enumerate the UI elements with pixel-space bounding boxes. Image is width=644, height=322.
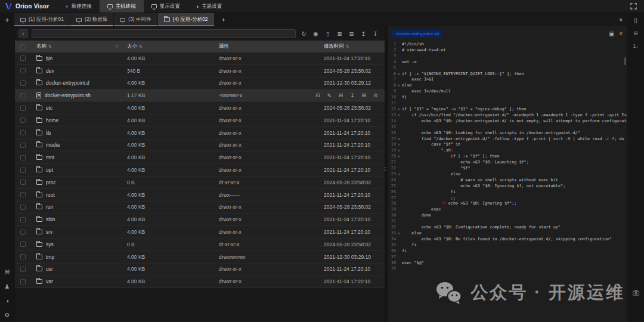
column-header-2[interactable]: 大小⇅ bbox=[127, 43, 219, 50]
shortcuts-icon[interactable]: ⌘ bbox=[4, 270, 10, 275]
code-line: 23∨ else bbox=[388, 172, 627, 178]
close-editor-icon[interactable]: × bbox=[619, 30, 623, 37]
row-checkbox[interactable] bbox=[20, 168, 26, 173]
nav-item-新建连接[interactable]: +新建连接 bbox=[57, 0, 99, 13]
new-file-button[interactable]: ▯ bbox=[323, 29, 332, 38]
code-area[interactable]: 1 #!/bin/sh2 # vim:sw=4:ts=4:et3 4 set -… bbox=[388, 41, 627, 272]
screenshot-button[interactable] bbox=[633, 287, 639, 298]
fold-arrow-icon[interactable]: ∨ bbox=[396, 72, 402, 78]
formatter-icon[interactable]: {} bbox=[634, 18, 637, 23]
table-row[interactable]: var4.00 KBdrwxr-xr-x2021-11-24 17:20:10 bbox=[15, 275, 385, 288]
fold-arrow-icon[interactable]: ∨ bbox=[396, 148, 402, 154]
fold-arrow-icon[interactable]: ∨ bbox=[396, 172, 402, 178]
tab-3[interactable]: (3) 中间件 bbox=[114, 13, 157, 26]
file-name: dev bbox=[46, 68, 54, 74]
select-all-checkbox[interactable] bbox=[20, 44, 26, 49]
sort-lines-icon[interactable]: 1↓ bbox=[633, 44, 639, 49]
fold-arrow-icon[interactable]: ∨ bbox=[396, 142, 402, 148]
row-checkbox[interactable] bbox=[20, 192, 26, 197]
row-checkbox[interactable] bbox=[20, 117, 26, 123]
table-row[interactable]: proc0 Bdr-xr-xr-x2024-05-28 23:58:02 bbox=[15, 177, 385, 189]
delete-action-icon[interactable]: ⊟ bbox=[339, 92, 343, 98]
profile-icon[interactable]: ♟ bbox=[5, 284, 10, 290]
settings-icon[interactable]: ⚙ bbox=[5, 312, 10, 318]
fold-arrow-icon[interactable]: ∨ bbox=[396, 113, 402, 119]
table-row[interactable]: docker-entrypoint.d4.00 KBdrwxr-xr-x2021… bbox=[15, 78, 385, 90]
table-row[interactable]: tmp4.00 KBdrwxrwxrwx2021-12-30 03:29:10 bbox=[15, 251, 385, 264]
fold-arrow-icon[interactable]: ∨ bbox=[396, 154, 402, 160]
nav-item-主机终端[interactable]: 主机终端 bbox=[100, 0, 144, 13]
path-input[interactable] bbox=[32, 29, 296, 38]
row-checkbox[interactable] bbox=[20, 68, 26, 73]
row-checkbox[interactable] bbox=[20, 230, 26, 235]
tab-1[interactable]: (1) 应用-分析01 bbox=[14, 13, 70, 26]
tab-2[interactable]: (2) 数据库 bbox=[70, 13, 113, 26]
sort-icon[interactable]: ⇅ bbox=[48, 44, 52, 49]
column-label: 修改时间 bbox=[324, 43, 344, 50]
table-row[interactable]: opt4.00 KBdrwxr-xr-x2021-11-24 17:20:10 bbox=[15, 164, 385, 177]
close-panel-icon[interactable]: × bbox=[619, 13, 623, 26]
row-checkbox[interactable] bbox=[20, 55, 26, 61]
row-checkbox[interactable] bbox=[20, 106, 26, 111]
table-row[interactable]: run4.00 KBdrwxr-xr-x2024-05-28 23:58:02 bbox=[15, 202, 385, 214]
table-row[interactable]: root4.00 KBdrwx------2021-11-24 17:20:10 bbox=[15, 189, 385, 202]
table-row[interactable]: sys0 Bdr-xr-xr-x2024-05-28 23:58:02 bbox=[15, 239, 385, 251]
table-row[interactable]: home4.00 KBdrwxr-xr-x2021-11-24 17:20:10 bbox=[15, 114, 385, 127]
table-row[interactable]: srv4.00 KBdrwxr-xr-x2021-11-24 17:20:10 bbox=[15, 226, 385, 239]
table-row[interactable]: dev340 Bdrwxr-xr-x2024-05-28 23:58:02 bbox=[15, 65, 385, 78]
table-row[interactable]: docker-entrypoint.sh1.17 KB-rwxrwxr-x⊡✎⊟… bbox=[15, 89, 385, 102]
row-checkbox[interactable] bbox=[20, 93, 26, 98]
row-checkbox[interactable] bbox=[20, 217, 26, 222]
new-folder-button[interactable]: ⊞ bbox=[335, 29, 344, 38]
theme-icon[interactable]: ◑ bbox=[5, 298, 9, 304]
table-row[interactable]: media4.00 KBdrwxr-xr-x2021-11-24 17:20:1… bbox=[15, 140, 385, 152]
row-checkbox[interactable] bbox=[20, 242, 26, 247]
column-header-4[interactable]: 修改时间⇅ bbox=[324, 43, 385, 50]
fold-arrow-icon[interactable]: ∨ bbox=[396, 137, 402, 143]
editor-scrollbar[interactable] bbox=[624, 57, 626, 65]
row-checkbox[interactable] bbox=[20, 279, 26, 284]
edit-action-icon[interactable]: ✎ bbox=[327, 92, 331, 98]
sort-icon[interactable]: ⇅ bbox=[139, 44, 143, 49]
back-button[interactable]: ‹ bbox=[18, 29, 28, 38]
row-checkbox[interactable] bbox=[20, 80, 26, 86]
new-tab-button[interactable]: + bbox=[215, 13, 233, 26]
column-header-3[interactable]: 属性 bbox=[219, 43, 324, 50]
fold-arrow-icon[interactable]: ∨ bbox=[396, 107, 402, 113]
filter-icon[interactable]: ▽ bbox=[116, 44, 119, 49]
table-row[interactable]: usr4.00 KBdrwxr-xr-x2021-11-24 17:20:10 bbox=[15, 264, 385, 276]
refresh-button[interactable]: ↻ bbox=[299, 29, 308, 38]
fold-arrow-icon[interactable]: ∨ bbox=[396, 83, 402, 89]
move-action-icon[interactable]: ⊞ bbox=[362, 92, 366, 98]
row-checkbox[interactable] bbox=[20, 254, 26, 259]
fold-arrow-icon[interactable]: ∨ bbox=[396, 231, 402, 237]
panel-layout-icon[interactable]: ⊞ bbox=[633, 31, 637, 36]
download-action-icon[interactable]: ↧ bbox=[350, 92, 354, 98]
code-text bbox=[402, 101, 627, 107]
row-checkbox[interactable] bbox=[20, 267, 26, 272]
nav-item-显示设置[interactable]: 显示设置 bbox=[144, 0, 188, 13]
nav-item-主题设置[interactable]: ◑主题设置 bbox=[188, 0, 230, 13]
permission-action-icon[interactable]: ⊙ bbox=[373, 92, 377, 98]
add-connection-button[interactable]: + bbox=[5, 13, 9, 24]
column-header-1[interactable]: 名称⇅▽ bbox=[36, 43, 127, 50]
row-checkbox[interactable] bbox=[20, 179, 26, 185]
row-checkbox[interactable] bbox=[20, 130, 26, 135]
table-row[interactable]: lib4.00 KBdrwxr-xr-x2021-11-24 17:20:10 bbox=[15, 127, 385, 140]
row-checkbox[interactable] bbox=[20, 205, 26, 210]
table-row[interactable]: bin4.00 KBdrwxr-xr-x2021-11-24 17:20:10 bbox=[15, 52, 385, 65]
toggle-hidden-files-button[interactable]: ◉ bbox=[311, 29, 320, 38]
copy-action-icon[interactable]: ⊡ bbox=[315, 92, 320, 98]
download-button[interactable]: ↧ bbox=[371, 29, 380, 38]
table-row[interactable]: mnt4.00 KBdrwxr-xr-x2021-11-24 17:20:10 bbox=[15, 151, 385, 164]
save-file-icon[interactable]: ▣ bbox=[609, 30, 614, 37]
table-row[interactable]: etc4.00 KBdrwxr-xr-x2024-05-28 23:58:02 bbox=[15, 102, 385, 114]
table-row[interactable]: sbin4.00 KBdrwxr-xr-x2021-11-24 17:20:10 bbox=[15, 213, 385, 226]
row-checkbox[interactable] bbox=[20, 143, 26, 148]
tab-4[interactable]: (4) 应用-分析02 bbox=[158, 13, 214, 26]
fullscreen-button[interactable] bbox=[623, 0, 644, 13]
row-checkbox[interactable] bbox=[20, 155, 26, 160]
delete-button[interactable]: ⊟ bbox=[347, 29, 356, 38]
upload-button[interactable]: ↥ bbox=[359, 29, 368, 38]
sort-icon[interactable]: ⇅ bbox=[346, 44, 349, 49]
